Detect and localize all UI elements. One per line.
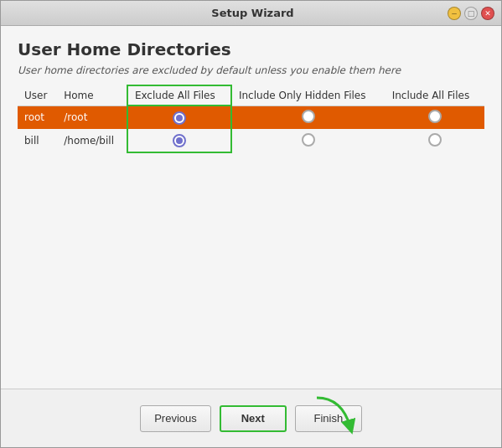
col-include-hidden: Include Only Hidden Files (231, 85, 386, 106)
cell-user: bill (18, 129, 57, 152)
col-user: User (18, 85, 57, 106)
radio-include-all-bill[interactable] (428, 133, 442, 147)
page-subtitle: User home directories are excluded by de… (18, 64, 484, 76)
radio-include-hidden-root[interactable] (302, 110, 315, 123)
setup-wizard-window: Setup Wizard − □ ✕ User Home Directories… (0, 0, 502, 448)
table-header-row: User Home Exclude All Files Include Only… (18, 85, 484, 106)
radio-exclude-bill[interactable] (173, 134, 186, 147)
cell-include-hidden-bill[interactable] (231, 129, 386, 152)
footer: Previous Next Finish (1, 389, 501, 447)
cell-exclude-root[interactable] (127, 106, 231, 129)
cell-include-hidden-root[interactable] (231, 106, 386, 129)
minimize-button[interactable]: − (448, 7, 461, 20)
titlebar-buttons: − □ ✕ (448, 7, 494, 20)
main-content: User Home Directories User home director… (1, 26, 501, 389)
window-title: Setup Wizard (58, 7, 448, 19)
close-button[interactable]: ✕ (481, 7, 494, 20)
radio-include-all-root[interactable] (428, 110, 442, 123)
col-home: Home (57, 85, 127, 106)
arrow-icon (308, 394, 359, 435)
cell-exclude-bill[interactable] (127, 129, 231, 152)
titlebar: Setup Wizard − □ ✕ (1, 1, 501, 26)
next-button[interactable]: Next (220, 405, 287, 432)
maximize-button[interactable]: □ (464, 7, 478, 20)
previous-button[interactable]: Previous (140, 405, 211, 432)
cell-home: /home/bill (57, 129, 127, 152)
cell-include-all-bill[interactable] (386, 129, 484, 152)
col-exclude-all-files: Exclude All Files (127, 85, 231, 106)
cell-home: /root (57, 106, 127, 129)
user-home-table: User Home Exclude All Files Include Only… (18, 85, 484, 153)
table-container: User Home Exclude All Files Include Only… (18, 85, 484, 380)
radio-exclude-root[interactable] (173, 111, 186, 125)
arrow-indicator (308, 394, 359, 438)
table-row: root /root (18, 106, 484, 129)
radio-include-hidden-bill[interactable] (302, 133, 315, 147)
table-row: bill /home/bill (18, 129, 484, 152)
cell-include-all-root[interactable] (386, 106, 484, 129)
cell-user: root (18, 106, 57, 129)
col-include-all: Include All Files (386, 85, 484, 106)
page-title: User Home Directories (18, 39, 484, 59)
